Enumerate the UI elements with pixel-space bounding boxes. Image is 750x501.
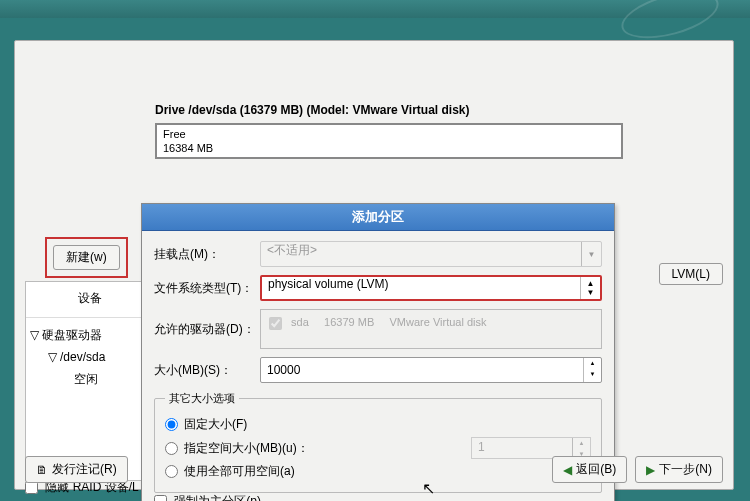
release-notes-button[interactable]: 🗎 发行注记(R) [25, 456, 128, 483]
force-primary-checkbox[interactable]: 强制为主分区(p) [154, 494, 261, 501]
next-button[interactable]: ▶ 下一步(N) [635, 456, 723, 483]
size-label: 大小(MB)(S)： [154, 362, 260, 379]
size-spinner[interactable]: ▲▼ [583, 358, 601, 382]
drive-free-box: Free 16384 MB [155, 123, 623, 159]
upto-spinner: ▲▼ [572, 438, 590, 458]
drives-label: 允许的驱动器(D)： [154, 321, 260, 338]
size-input[interactable]: 10000 ▲▼ [260, 357, 602, 383]
opt-upto[interactable]: 指定空间大小(MB)(u)： [165, 440, 309, 457]
lvm-button[interactable]: LVM(L) [659, 263, 723, 285]
fs-type-select[interactable]: physical volume (LVM) ▲▼ [260, 275, 602, 301]
arrow-left-icon: ◀ [563, 463, 572, 477]
fs-type-label: 文件系统类型(T)： [154, 280, 260, 297]
dialog-title: 添加分区 [142, 204, 614, 231]
back-button[interactable]: ◀ 返回(B) [552, 456, 627, 483]
size-options-legend: 其它大小选项 [165, 391, 239, 406]
partitioning-window: Drive /dev/sda (16379 MB) (Model: VMware… [14, 40, 734, 490]
tree-dev-sda[interactable]: ▽/dev/sda [30, 346, 150, 368]
drive-sda-checkbox [269, 317, 282, 330]
new-button-highlight: 新建(w) [45, 237, 128, 278]
free-size: 16384 MB [163, 141, 615, 155]
drive-title: Drive /dev/sda (16379 MB) (Model: VMware… [155, 103, 721, 117]
arrow-right-icon: ▶ [646, 463, 655, 477]
chevron-down-icon: ▼ [581, 242, 601, 266]
tree-root[interactable]: ▽硬盘驱动器 [30, 324, 150, 346]
free-label: Free [163, 127, 615, 141]
mount-point-select: <不适用> ▼ [260, 241, 602, 267]
hide-raid-input[interactable] [25, 481, 38, 494]
device-tree-header: 设备 [26, 282, 154, 318]
updown-icon[interactable]: ▲▼ [580, 277, 600, 299]
device-tree-panel: 设备 ▽硬盘驱动器 ▽/dev/sda 空闲 [25, 281, 155, 481]
allowed-drives-list: sda 16379 MB VMware Virtual disk [260, 309, 602, 349]
doc-icon: 🗎 [36, 463, 48, 477]
new-button[interactable]: 新建(w) [53, 245, 120, 270]
opt-fixed[interactable]: 固定大小(F) [165, 416, 591, 433]
tree-free[interactable]: 空闲 [30, 368, 150, 390]
mount-point-label: 挂载点(M)： [154, 246, 260, 263]
